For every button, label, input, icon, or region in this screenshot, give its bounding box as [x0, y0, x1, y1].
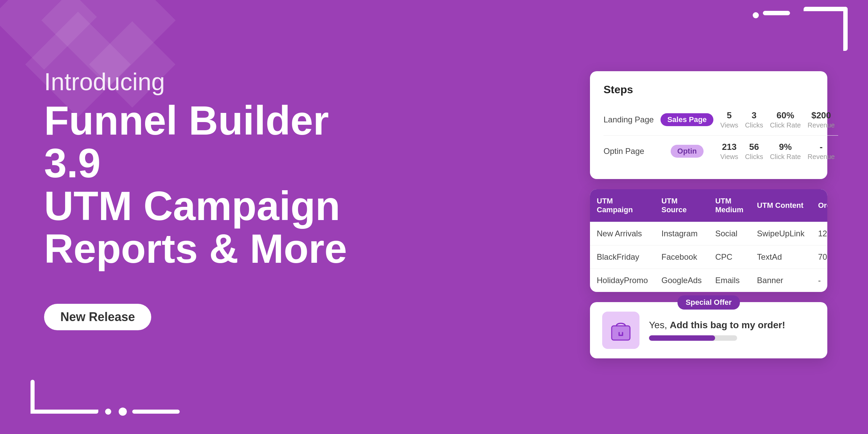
cell-orders: - — [811, 269, 827, 292]
col-orders: Orders — [811, 189, 827, 222]
cell-content: TextAd — [750, 245, 811, 269]
utm-table: UTM Campaign UTM Source UTM Medium UTM C… — [590, 189, 827, 292]
cell-orders: 70 — [811, 245, 827, 269]
utm-card: UTM Campaign UTM Source UTM Medium UTM C… — [590, 189, 827, 292]
steps-card-title: Steps — [604, 83, 814, 96]
cell-medium: Emails — [708, 269, 750, 292]
introducing-label: Introducing — [44, 68, 349, 96]
col-campaign: UTM Campaign — [590, 189, 655, 222]
cell-content: SwipeUpLink — [750, 222, 811, 245]
table-row: BlackFriday Facebook CPC TextAd 70 - $40… — [590, 245, 827, 269]
rate-cell: 9% Click Rate — [767, 136, 804, 167]
steps-card: Steps Landing Page Sales Page 5 Views 3 — [590, 71, 827, 179]
special-offer-card: Special Offer Yes, Add this bag to my or… — [590, 302, 827, 358]
bracket-decoration-bottom-left — [31, 373, 159, 414]
utm-table-header-row: UTM Campaign UTM Source UTM Medium UTM C… — [590, 189, 827, 222]
special-offer-badge: Special Offer — [677, 295, 740, 310]
page-badge: Sales Page — [657, 104, 717, 136]
cell-content: Banner — [750, 269, 811, 292]
views-cell: 5 Views — [717, 104, 742, 136]
main-title: Funnel Builder 3.9UTM CampaignReports & … — [44, 99, 349, 270]
cell-orders: 120 — [811, 222, 827, 245]
page-badge: Optin — [657, 136, 717, 167]
left-content: Introducing Funnel Builder 3.9UTM Campai… — [44, 68, 349, 330]
table-row: Landing Page Sales Page 5 Views 3 Clicks — [604, 104, 838, 136]
svg-rect-3 — [622, 332, 623, 335]
bag-icon-container — [602, 312, 639, 349]
rate-cell: 60% Click Rate — [767, 104, 804, 136]
page-name: Landing Page — [604, 104, 657, 136]
new-release-badge: New Release — [44, 304, 151, 330]
cell-source: Instagram — [655, 222, 709, 245]
table-row: HolidayPromo GoogleAds Emails Banner - 2… — [590, 269, 827, 292]
cell-campaign: BlackFriday — [590, 245, 655, 269]
col-content: UTM Content — [750, 189, 811, 222]
steps-table: Landing Page Sales Page 5 Views 3 Clicks — [604, 104, 838, 167]
offer-cta-text: Yes, Add this bag to my order! — [649, 320, 815, 331]
clicks-cell: 56 Clicks — [742, 136, 766, 167]
revenue-cell: - Revenue — [804, 136, 838, 167]
offer-text: Yes, Add this bag to my order! — [649, 320, 815, 341]
table-row: New Arrivals Instagram Social SwipeUpLin… — [590, 222, 827, 245]
cell-medium: CPC — [708, 245, 750, 269]
cell-source: Facebook — [655, 245, 709, 269]
cell-medium: Social — [708, 222, 750, 245]
cell-campaign: HolidayPromo — [590, 269, 655, 292]
clicks-cell: 3 Clicks — [742, 104, 766, 136]
col-source: UTM Source — [655, 189, 709, 222]
offer-progress-bar — [649, 335, 737, 341]
bag-icon — [609, 318, 633, 342]
page-name: Optin Page — [604, 136, 657, 167]
col-medium: UTM Medium — [708, 189, 750, 222]
offer-progress-fill — [649, 335, 715, 341]
right-content: Steps Landing Page Sales Page 5 Views 3 — [590, 31, 827, 358]
table-row: Optin Page Optin 213 Views 56 Clicks — [604, 136, 838, 167]
svg-rect-0 — [612, 326, 630, 340]
revenue-cell: $200 Revenue — [804, 104, 838, 136]
cell-campaign: New Arrivals — [590, 222, 655, 245]
views-cell: 213 Views — [717, 136, 742, 167]
svg-rect-2 — [618, 332, 620, 335]
cell-source: GoogleAds — [655, 269, 709, 292]
